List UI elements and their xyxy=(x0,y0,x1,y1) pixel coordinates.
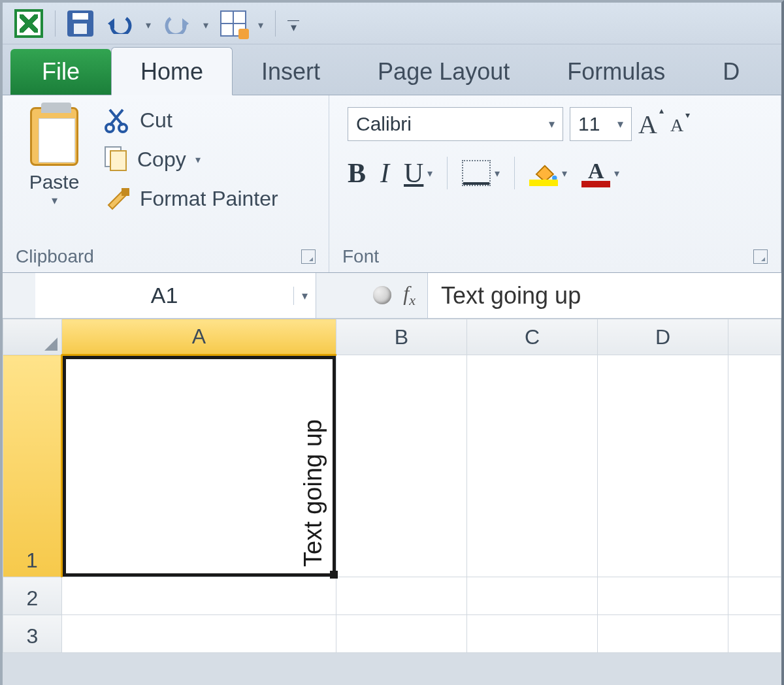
separator xyxy=(55,10,56,37)
excel-app-icon[interactable] xyxy=(14,9,43,38)
row-header-3[interactable]: 3 xyxy=(3,615,62,653)
cut-label: Cut xyxy=(140,108,172,133)
customize-qat-icon[interactable]: —▾ xyxy=(287,16,299,31)
cell-C3[interactable] xyxy=(467,615,598,653)
copy-button[interactable]: Copy ▾ xyxy=(105,146,278,172)
name-box-dropdown[interactable]: ▾ xyxy=(293,287,316,305)
chevron-down-icon: ▾ xyxy=(617,117,623,131)
tab-home[interactable]: Home xyxy=(111,47,233,95)
format-painter-label: Format Painter xyxy=(140,187,278,211)
copy-icon xyxy=(105,146,128,172)
paste-icon xyxy=(30,107,78,166)
cut-button[interactable]: Cut xyxy=(105,107,278,133)
svg-point-2 xyxy=(106,124,114,132)
font-color-button[interactable]: A ▾ xyxy=(581,159,619,187)
column-header-B[interactable]: B xyxy=(336,319,467,355)
bold-button[interactable]: B xyxy=(348,157,366,189)
name-box[interactable]: A1 ▾ xyxy=(35,273,316,318)
font-name-value: Calibri xyxy=(356,113,412,135)
undo-dropdown[interactable]: ▾ xyxy=(146,15,151,31)
cell-C1[interactable] xyxy=(467,355,598,577)
group-title-font: Font xyxy=(342,246,379,267)
font-name-select[interactable]: Calibri ▾ xyxy=(348,107,563,141)
name-box-value: A1 xyxy=(35,283,293,308)
paste-label: Paste xyxy=(29,171,80,193)
ribbon-tabs: File Home Insert Page Layout Formulas D xyxy=(3,44,781,95)
ribbon: Paste ▾ Cut Copy ▾ Format Painter xyxy=(3,95,781,273)
chevron-down-icon: ▾ xyxy=(549,117,555,131)
group-title-clipboard: Clipboard xyxy=(16,246,94,267)
cell-E3[interactable] xyxy=(728,615,781,653)
paste-dropdown[interactable]: ▾ xyxy=(52,193,57,208)
fill-color-button[interactable]: ▾ xyxy=(529,160,567,186)
svg-point-3 xyxy=(119,124,127,132)
quick-access-toolbar: ▾ ▾ ▾ —▾ xyxy=(3,3,781,44)
font-size-value: 11 xyxy=(578,113,600,135)
row-header-1[interactable]: 1 xyxy=(3,355,62,577)
shrink-font-button[interactable]: A▾ xyxy=(670,114,690,135)
cell-D1[interactable] xyxy=(598,355,728,577)
font-color-icon: A xyxy=(581,159,610,187)
cell-A1-value: Text going up xyxy=(299,419,327,567)
underline-button[interactable]: U▾ xyxy=(404,157,433,189)
select-all-corner[interactable] xyxy=(3,319,62,355)
redo-dropdown[interactable]: ▾ xyxy=(203,15,208,31)
workbook-views-icon[interactable] xyxy=(220,10,246,37)
row-header-2[interactable]: 2 xyxy=(3,577,62,615)
group-font: Calibri ▾ 11 ▾ A▴ A▾ B I U▾ ▾ xyxy=(329,95,781,272)
undo-icon[interactable] xyxy=(105,13,134,34)
cell-D2[interactable] xyxy=(598,577,728,615)
tab-insert[interactable]: Insert xyxy=(233,48,349,95)
copy-dropdown[interactable]: ▾ xyxy=(195,153,201,166)
column-header-D[interactable]: D xyxy=(598,319,728,355)
cell-B3[interactable] xyxy=(336,615,467,653)
formula-bar: A1 ▾ fx Text going up xyxy=(3,273,781,319)
cell-A3[interactable] xyxy=(62,615,336,653)
column-header-A[interactable]: A xyxy=(62,319,336,355)
borders-button[interactable]: ▾ xyxy=(462,160,500,186)
cell-E1[interactable] xyxy=(728,355,781,577)
cell-C2[interactable] xyxy=(467,577,598,615)
cell-D3[interactable] xyxy=(598,615,728,653)
format-painter-icon xyxy=(105,185,131,212)
font-dialog-launcher[interactable] xyxy=(753,249,768,264)
cell-A2[interactable] xyxy=(62,577,336,615)
separator xyxy=(514,157,515,189)
clipboard-dialog-launcher[interactable] xyxy=(301,249,316,264)
cell-B2[interactable] xyxy=(336,577,467,615)
tab-file[interactable]: File xyxy=(10,49,111,95)
svg-rect-4 xyxy=(122,188,129,196)
italic-button[interactable]: I xyxy=(380,157,389,189)
group-clipboard: Paste ▾ Cut Copy ▾ Format Painter xyxy=(3,95,329,272)
spreadsheet-grid: A B C D 1 Text going up 2 xyxy=(3,319,781,653)
redo-icon[interactable] xyxy=(163,13,191,34)
font-size-select[interactable]: 11 ▾ xyxy=(570,107,632,141)
fill-bucket-icon xyxy=(529,160,558,186)
tab-page-layout[interactable]: Page Layout xyxy=(349,48,538,95)
grow-font-button[interactable]: A▴ xyxy=(638,109,664,140)
cell-E2[interactable] xyxy=(728,577,781,615)
formula-input[interactable]: Text going up xyxy=(427,273,781,318)
tab-data-partial[interactable]: D xyxy=(694,48,768,95)
paste-button[interactable]: Paste ▾ xyxy=(16,103,93,208)
insert-function-button[interactable]: fx xyxy=(403,281,416,309)
copy-label: Copy xyxy=(137,148,186,172)
tab-formulas[interactable]: Formulas xyxy=(538,48,694,95)
separator xyxy=(275,10,276,37)
cancel-icon[interactable] xyxy=(373,286,391,304)
cell-A1[interactable]: Text going up xyxy=(62,355,336,577)
workbook-views-dropdown[interactable]: ▾ xyxy=(258,15,263,31)
separator xyxy=(447,157,448,189)
border-icon xyxy=(462,160,491,186)
column-header-C[interactable]: C xyxy=(467,319,598,355)
format-painter-button[interactable]: Format Painter xyxy=(105,185,278,212)
column-header-overflow[interactable] xyxy=(728,319,781,355)
save-icon[interactable] xyxy=(67,10,93,37)
cell-B1[interactable] xyxy=(336,355,467,577)
scissors-icon xyxy=(105,107,131,133)
